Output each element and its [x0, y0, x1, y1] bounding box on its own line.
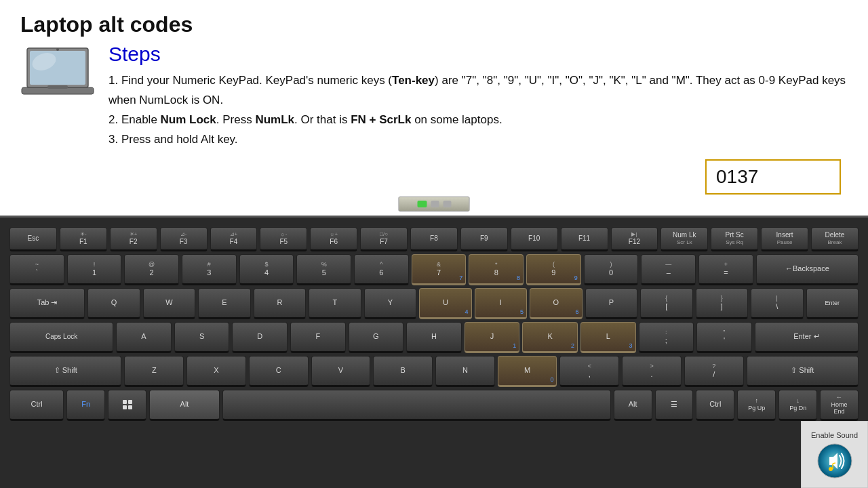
key-esc[interactable]: Esc: [9, 227, 57, 251]
key-delete[interactable]: DeleteBreak: [811, 227, 859, 251]
step-1: 1. Find your Numeric KeyPad. KeyPad's nu…: [108, 71, 848, 110]
key-prtsc[interactable]: Prt ScSys Rq: [711, 227, 758, 251]
key-4[interactable]: $4: [239, 254, 294, 285]
key-fn[interactable]: Fn: [66, 390, 105, 421]
key-equals[interactable]: +=: [698, 254, 753, 285]
key-e[interactable]: E: [198, 288, 250, 319]
key-f[interactable]: F: [290, 322, 346, 353]
key-win[interactable]: [108, 390, 146, 421]
key-p[interactable]: P: [585, 288, 637, 319]
step-3: 3. Press and hold Alt key.: [108, 130, 848, 150]
svg-rect-6: [123, 400, 127, 404]
alt-code-input[interactable]: [705, 159, 841, 195]
key-numlock[interactable]: Num LkScr Lk: [660, 227, 708, 251]
key-l[interactable]: L3: [580, 322, 636, 353]
key-7[interactable]: &77: [412, 254, 467, 285]
key-backtick[interactable]: ~`: [9, 254, 64, 285]
key-2[interactable]: @2: [124, 254, 179, 285]
key-slash[interactable]: ?/: [684, 356, 744, 387]
key-space[interactable]: [222, 390, 611, 421]
alt-code-input-area: [705, 159, 841, 195]
key-u[interactable]: U4: [419, 288, 471, 319]
key-f1[interactable]: ☀-F1: [60, 227, 107, 251]
steps-heading: Steps: [108, 43, 848, 66]
key-s[interactable]: S: [174, 322, 230, 353]
enable-sound-widget[interactable]: Enable Sound: [801, 421, 868, 488]
usb-led: [417, 201, 427, 207]
key-minus[interactable]: —–: [641, 254, 696, 285]
step-2: 2. Enable Num Lock. Press NumLk. Or that…: [108, 110, 848, 130]
zxcv-row: ⇧ Shift Z X C V B N M0 <, >. ?/ ⇧ Shift: [9, 356, 859, 387]
key-f11[interactable]: F11: [561, 227, 608, 251]
key-f8[interactable]: F8: [410, 227, 458, 251]
key-comma[interactable]: <,: [559, 356, 619, 387]
key-j[interactable]: J1: [465, 322, 520, 353]
key-f4[interactable]: ⊿+F4: [210, 227, 258, 251]
usb-dongle: [399, 197, 470, 211]
key-insert[interactable]: InsertPause: [761, 227, 808, 251]
key-capslock[interactable]: Caps Lock: [9, 322, 113, 353]
key-lbracket[interactable]: {[: [640, 288, 692, 319]
key-end-home[interactable]: ←HomeEnd: [820, 390, 859, 421]
key-t[interactable]: T: [309, 288, 361, 319]
key-g[interactable]: G: [349, 322, 404, 353]
key-lctrl[interactable]: Ctrl: [9, 390, 64, 421]
key-menu[interactable]: ☰: [655, 390, 694, 421]
key-q[interactable]: Q: [87, 288, 140, 319]
key-0[interactable]: )0: [584, 254, 639, 285]
key-k[interactable]: K2: [522, 322, 578, 353]
key-1[interactable]: !1: [67, 254, 122, 285]
key-f2[interactable]: ☀+F2: [110, 227, 157, 251]
key-f3[interactable]: ⊿-F3: [160, 227, 208, 251]
key-n[interactable]: N: [435, 356, 495, 387]
key-c[interactable]: C: [249, 356, 309, 387]
key-backspace[interactable]: ←Backspace: [756, 254, 859, 285]
key-o[interactable]: O6: [530, 288, 582, 319]
key-enter[interactable]: Enter ↵: [755, 322, 859, 353]
key-r[interactable]: R: [254, 288, 306, 319]
key-y[interactable]: Y: [364, 288, 416, 319]
key-a[interactable]: A: [116, 322, 172, 353]
key-b[interactable]: B: [373, 356, 433, 387]
key-f10[interactable]: F10: [511, 227, 558, 251]
key-quote[interactable]: "': [696, 322, 752, 353]
qwerty-row: Tab ⇥ Q W E R T Y U4 I5 O6 P {[ }] |\ En…: [9, 288, 859, 319]
key-rshift[interactable]: ⇧ Shift: [747, 356, 859, 387]
key-backslash[interactable]: |\: [751, 288, 803, 319]
key-enter-top[interactable]: Enter: [806, 288, 859, 319]
key-v[interactable]: V: [311, 356, 371, 387]
key-f12[interactable]: ▶|F12: [611, 227, 658, 251]
key-h[interactable]: H: [406, 322, 462, 353]
key-alt-left[interactable]: Alt: [149, 390, 220, 421]
key-f5[interactable]: ☼-F5: [260, 227, 307, 251]
key-semicolon[interactable]: :;: [639, 322, 694, 353]
key-m[interactable]: M0: [498, 356, 557, 387]
usb-icon2: [443, 201, 451, 207]
key-tab[interactable]: Tab ⇥: [9, 288, 85, 319]
key-x[interactable]: X: [186, 356, 246, 387]
asdf-row: Caps Lock A S D F G H J1 K2 L3 :; "' Ent…: [9, 322, 859, 353]
key-f6[interactable]: ☼+F6: [310, 227, 357, 251]
key-9[interactable]: (99: [526, 254, 581, 285]
key-3[interactable]: #3: [182, 254, 237, 285]
usb-lock-icon: [431, 201, 439, 207]
key-8[interactable]: *88: [469, 254, 524, 285]
key-d[interactable]: D: [232, 322, 288, 353]
key-period[interactable]: >.: [622, 356, 682, 387]
key-pgdn-home[interactable]: ↓Pg Dn: [778, 390, 817, 421]
laptop-icon: [20, 43, 95, 106]
enable-sound-label: Enable Sound: [811, 431, 858, 439]
key-lshift[interactable]: ⇧ Shift: [9, 356, 121, 387]
key-i[interactable]: I5: [475, 288, 527, 319]
key-rctrl[interactable]: Ctrl: [696, 390, 734, 421]
key-rbracket[interactable]: }]: [696, 288, 748, 319]
key-f7[interactable]: □/○F7: [360, 227, 408, 251]
key-f9[interactable]: F9: [460, 227, 508, 251]
key-pgup[interactable]: ↑Pg Up: [737, 390, 776, 421]
key-5[interactable]: %5: [296, 254, 351, 285]
svg-rect-7: [128, 400, 132, 404]
key-z[interactable]: Z: [124, 356, 184, 387]
key-6[interactable]: ^6: [354, 254, 409, 285]
key-w[interactable]: W: [143, 288, 195, 319]
key-alt-right[interactable]: Alt: [614, 390, 652, 421]
